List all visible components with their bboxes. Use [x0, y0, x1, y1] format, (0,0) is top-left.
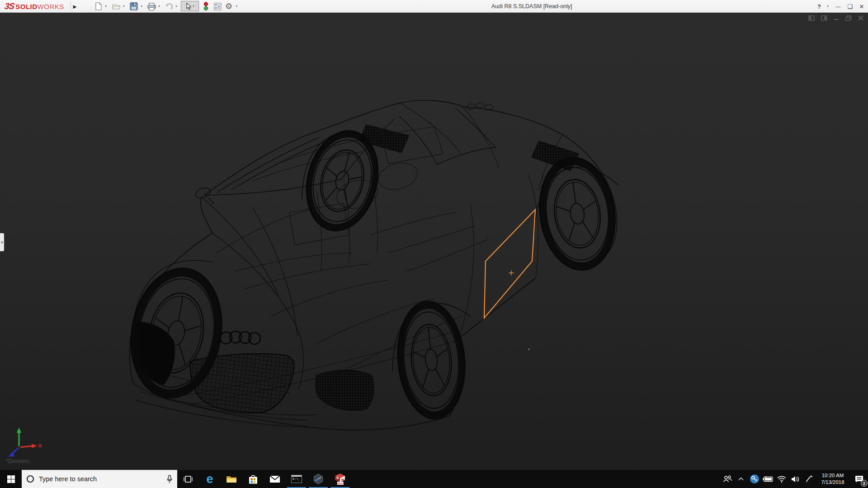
open-folder-icon	[112, 3, 121, 10]
select-tool-button[interactable]: ▾	[181, 1, 199, 11]
chevron-down-icon: ▾	[175, 5, 177, 8]
svg-text:2017: 2017	[338, 482, 344, 485]
svg-text:S: S	[336, 476, 339, 480]
edrawings-hexagon-icon	[313, 474, 324, 484]
doc-close-icon[interactable]	[858, 15, 863, 21]
document-window-controls	[808, 15, 863, 21]
solidworks-2017-icon: S W 2017	[334, 473, 346, 485]
gear-icon: ⚙	[225, 1, 232, 11]
notification-badge: 2	[861, 480, 868, 487]
logo-works-text: WORKS	[38, 3, 64, 10]
undo-icon	[165, 3, 173, 10]
graphics-viewport[interactable]: *Dimetric	[0, 13, 868, 470]
task-view-button[interactable]	[177, 470, 199, 488]
close-icon: ✕	[859, 3, 864, 10]
solidworks-logo: 3S SOLID WORKS	[5, 1, 64, 12]
print-dropdown[interactable]: ▾	[156, 1, 161, 11]
rear-right-wheel	[533, 153, 622, 275]
print-icon	[147, 3, 156, 10]
toolbar-expand-button[interactable]: ▶	[71, 1, 79, 11]
doc-minimize-icon[interactable]	[834, 15, 839, 21]
select-cursor-icon	[185, 3, 192, 10]
mail-icon	[269, 475, 280, 483]
taskbar-clock[interactable]: 10:20 AM 7/13/2018	[816, 470, 850, 488]
file-properties-button[interactable]	[212, 1, 222, 11]
taskbar-app-store[interactable]	[242, 470, 264, 488]
taskbar-app-file-explorer[interactable]	[221, 470, 242, 488]
undo-dropdown[interactable]: ▾	[174, 1, 178, 11]
x-axis-label	[38, 444, 42, 447]
restore-button[interactable]: ❏	[844, 0, 855, 13]
people-button[interactable]	[721, 470, 734, 488]
tray-wifi[interactable]	[775, 470, 788, 488]
chevron-down-icon: ▾	[193, 5, 194, 8]
save-button[interactable]	[129, 1, 139, 11]
open-button[interactable]	[111, 1, 121, 11]
help-button[interactable]: ?	[815, 0, 824, 13]
microphone-icon[interactable]	[166, 475, 173, 483]
doc-restore-icon[interactable]	[845, 15, 852, 21]
clock-date: 7/13/2018	[821, 479, 844, 486]
close-button[interactable]: ✕	[856, 0, 867, 13]
tray-security-app[interactable]	[748, 470, 761, 488]
hidden-icons-button[interactable]	[734, 470, 748, 488]
pane-right-icon[interactable]	[821, 15, 827, 21]
tray-battery[interactable]	[761, 470, 775, 488]
front-right-wheel	[393, 299, 469, 422]
security-key-icon	[750, 474, 760, 484]
save-dropdown[interactable]: ▾	[139, 1, 143, 11]
file-properties-icon	[214, 3, 222, 10]
chevron-down-icon: ▾	[236, 5, 237, 8]
view-orientation-label: *Dimetric	[6, 458, 30, 465]
search-box[interactable]: Type here to search	[22, 470, 177, 488]
windows-logo-icon	[7, 475, 15, 483]
chevron-down-icon: ▾	[141, 5, 142, 8]
print-button[interactable]	[146, 1, 156, 11]
options-button[interactable]: ⚙	[224, 1, 234, 11]
pen-icon	[805, 475, 812, 483]
pane-left-icon[interactable]	[808, 15, 815, 21]
action-center-button[interactable]: 2	[850, 470, 868, 488]
taskbar-app-solidworks[interactable]: S W 2017	[329, 470, 351, 488]
system-tray: 10:20 AM 7/13/2018 2	[721, 470, 868, 488]
open-dropdown[interactable]: ▾	[121, 1, 126, 11]
cortana-icon	[26, 475, 34, 483]
selected-face[interactable]	[484, 210, 535, 318]
taskbar-app-edge[interactable]: e	[199, 470, 221, 488]
origin-dot	[528, 349, 530, 350]
taskbar: Type here to search e	[0, 470, 868, 488]
tray-volume[interactable]	[788, 470, 802, 488]
new-document-dropdown[interactable]: ▾	[103, 1, 108, 11]
document-title: Audi R8 S.SLDASM [Read-only]	[491, 3, 572, 9]
taskbar-app-command-prompt[interactable]: C:\_	[286, 470, 307, 488]
battery-icon	[763, 476, 774, 482]
taskbar-app-mail[interactable]	[264, 470, 286, 488]
minimize-button[interactable]: —	[833, 0, 844, 13]
taskbar-app-edrawings[interactable]	[307, 470, 329, 488]
new-document-button[interactable]	[94, 1, 103, 11]
options-dropdown[interactable]: ▾	[234, 1, 238, 11]
help-icon: ?	[817, 3, 821, 10]
start-button[interactable]	[0, 470, 22, 488]
wifi-icon	[777, 476, 786, 483]
logo-solid-text: SOLID	[15, 3, 37, 10]
chevron-down-icon: ▾	[105, 5, 107, 8]
restore-icon: ❏	[847, 3, 853, 10]
orientation-triad[interactable]	[3, 425, 43, 461]
tray-windows-ink[interactable]	[802, 470, 816, 488]
search-placeholder: Type here to search	[39, 475, 162, 483]
audi-rings-icon	[220, 331, 260, 344]
car-rear-vents	[359, 103, 579, 171]
rebuild-traffic-light-icon	[203, 2, 208, 11]
file-explorer-icon	[226, 475, 237, 483]
store-icon	[248, 474, 258, 484]
undo-button[interactable]	[164, 1, 174, 11]
task-pane-tab[interactable]	[0, 233, 4, 251]
minimize-icon: —	[836, 4, 841, 9]
chevron-up-icon	[738, 477, 744, 481]
rebuild-button[interactable]	[202, 1, 210, 11]
people-icon	[723, 475, 732, 483]
help-dropdown[interactable]: ▾	[825, 0, 830, 13]
chevron-down-icon: ▾	[158, 5, 160, 8]
svg-text:W: W	[341, 478, 345, 482]
